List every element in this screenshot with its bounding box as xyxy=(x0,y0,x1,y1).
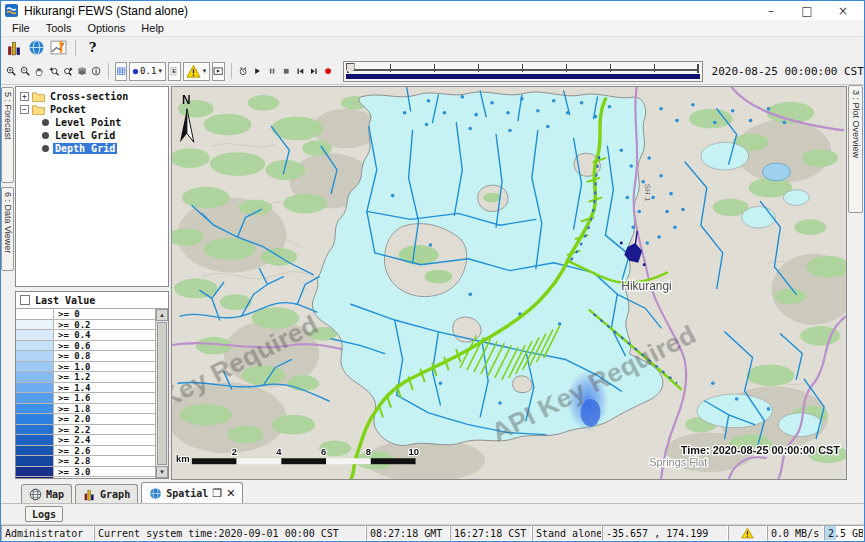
menu-options[interactable]: Options xyxy=(80,21,132,35)
tree-node-level-grid[interactable]: Level Grid xyxy=(18,129,166,142)
app-logo-icon xyxy=(5,4,18,17)
zoom-out-icon xyxy=(20,66,30,76)
warning-icon xyxy=(741,527,754,539)
layers-button[interactable] xyxy=(76,62,88,81)
info-button[interactable] xyxy=(90,62,102,81)
skip-to-start-button[interactable] xyxy=(294,62,306,81)
status-mode: Stand alone xyxy=(532,525,602,541)
animation-button[interactable] xyxy=(212,62,224,81)
map-globe-icon xyxy=(29,488,42,501)
collapse-icon[interactable]: − xyxy=(20,105,29,114)
legend-swatch xyxy=(16,362,54,372)
tree-node-level-point[interactable]: Level Point xyxy=(18,116,166,129)
timer-icon xyxy=(238,66,248,76)
pause-button[interactable] xyxy=(266,62,278,81)
legend-row: >= 1.0 xyxy=(16,362,155,373)
spatial-display-button[interactable] xyxy=(27,38,46,57)
last-value-checkbox[interactable] xyxy=(20,295,30,305)
status-warning[interactable] xyxy=(728,525,767,541)
bar-chart-icon xyxy=(6,39,23,56)
tree-node-cross-section[interactable]: + Cross-section xyxy=(18,90,166,103)
map-toolbar: 0.1 ▼ E ▼ xyxy=(1,58,864,85)
map-canvas[interactable]: API Key Required API Key Required SH 1 H… xyxy=(171,86,847,480)
menu-file[interactable]: File xyxy=(5,21,37,35)
bullet-icon xyxy=(42,145,49,152)
record-button[interactable] xyxy=(322,62,334,81)
tab-map[interactable]: Map xyxy=(21,484,72,503)
folder-icon xyxy=(32,104,45,115)
tab-logs[interactable]: Logs xyxy=(25,506,63,522)
toolbar-separator xyxy=(75,40,76,56)
bar-chart-icon xyxy=(83,488,96,501)
play-button[interactable] xyxy=(251,62,263,81)
status-memory[interactable]: 2.5 GB xyxy=(824,525,864,541)
globe-icon xyxy=(149,487,162,500)
pan-button[interactable] xyxy=(33,62,45,81)
left-shortcut-rail: 5 : Forecast 6 : Data Viewer xyxy=(1,85,14,481)
labels-toggle[interactable]: E xyxy=(168,62,180,81)
contour-interval-dropdown[interactable]: 0.1 ▼ xyxy=(129,62,166,81)
zoom-next-button[interactable] xyxy=(62,62,74,81)
zoom-out-button[interactable] xyxy=(19,62,31,81)
menu-help[interactable]: Help xyxy=(134,21,171,35)
help-button[interactable]: ? xyxy=(83,38,102,57)
svg-text:E: E xyxy=(172,68,176,74)
tab-data-viewer[interactable]: 6 : Data Viewer xyxy=(1,187,14,271)
zoom-previous-button[interactable] xyxy=(48,62,60,81)
legend-swatch xyxy=(16,309,54,319)
main-toolbar: ? xyxy=(1,37,864,58)
scroll-down-icon[interactable]: ▼ xyxy=(156,466,168,478)
slider-track[interactable] xyxy=(347,69,699,71)
logs-bar: Logs xyxy=(1,504,864,524)
close-tab-icon[interactable]: ✕ xyxy=(226,487,235,500)
tab-forecast[interactable]: 5 : Forecast xyxy=(1,87,14,183)
legend-row: >= 0 xyxy=(16,309,155,320)
close-button[interactable]: × xyxy=(836,4,850,18)
road-label: SH 1 xyxy=(643,184,652,202)
grid-display-toggle[interactable] xyxy=(115,62,127,81)
record-icon xyxy=(323,66,333,76)
timeseries-display-button[interactable] xyxy=(49,38,68,57)
map-time-label: Time: 2020-08-25 00:00:00 CST xyxy=(681,444,841,456)
zoom-in-icon xyxy=(6,66,16,76)
menu-tools[interactable]: Tools xyxy=(39,21,79,35)
legend-scrollbar[interactable]: ▲ ▼ xyxy=(155,309,168,478)
tree-node-depth-grid[interactable]: Depth Grid xyxy=(18,142,166,155)
legend-panel: Last Value >= 0 >= 0.2 >= 0.4 >= 0.6 >= … xyxy=(15,291,169,479)
tab-graph[interactable]: Graph xyxy=(75,484,138,503)
scroll-up-icon[interactable]: ▲ xyxy=(156,309,168,321)
statusbar: Administrator Current system time:2020-0… xyxy=(1,524,864,541)
svg-text:km: km xyxy=(176,453,190,464)
zoom-next-icon xyxy=(63,66,73,76)
window-title: Hikurangi FEWS (Stand alone) xyxy=(24,4,188,18)
town-label: Hikurangi xyxy=(621,279,671,293)
tree-node-pocket[interactable]: − Pocket xyxy=(18,103,166,116)
tab-spatial[interactable]: Spatial ❐ ✕ xyxy=(141,482,243,503)
titlebar: Hikurangi FEWS (Stand alone) – □ × xyxy=(1,1,864,20)
menubar: File Tools Options Help xyxy=(1,20,864,37)
tab-plot-overview[interactable]: 3 : Plot Overview xyxy=(848,85,863,213)
chart-arrow-icon xyxy=(50,39,67,56)
info-icon xyxy=(91,66,101,76)
timer-button[interactable] xyxy=(237,62,249,81)
svg-text:6: 6 xyxy=(321,446,326,457)
minimize-button[interactable]: – xyxy=(764,4,778,18)
expand-icon[interactable]: + xyxy=(20,92,29,101)
play-icon xyxy=(252,66,262,76)
legend-swatch xyxy=(16,372,54,382)
label-e-icon: E xyxy=(169,66,179,76)
zoom-in-button[interactable] xyxy=(5,62,17,81)
skip-to-end-button[interactable] xyxy=(308,62,320,81)
undock-tab-icon[interactable]: ❐ xyxy=(212,487,222,500)
legend-swatch xyxy=(16,446,54,456)
help-icon: ? xyxy=(89,40,97,55)
scroll-thumb[interactable] xyxy=(157,322,167,465)
time-slider[interactable] xyxy=(343,61,703,82)
legend-swatch xyxy=(16,456,54,466)
thresholds-dropdown[interactable]: ▼ xyxy=(183,62,211,81)
stop-button[interactable] xyxy=(280,62,292,81)
legend-row: >= 1.2 xyxy=(16,372,155,383)
filters-tree: + Cross-section − Pocket Level Point Lev… xyxy=(15,86,169,287)
database-display-button[interactable] xyxy=(5,38,24,57)
maximize-button[interactable]: □ xyxy=(800,4,814,18)
